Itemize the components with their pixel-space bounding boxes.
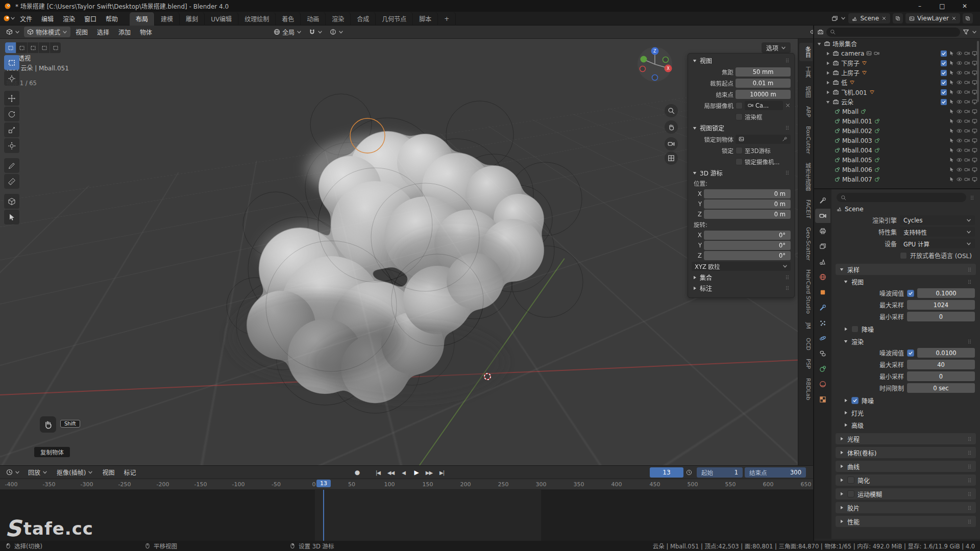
maximize-button[interactable]: □ — [931, 3, 953, 10]
ortho-toggle-button[interactable] — [665, 152, 678, 165]
hide-eye-icon[interactable] — [957, 167, 962, 172]
chevron-down-icon[interactable] — [841, 16, 846, 21]
filter-icon[interactable] — [963, 29, 969, 35]
frame-start-field[interactable]: 起始 1 — [697, 467, 743, 478]
sidebar-tab-citygen[interactable]: 城市生成器 — [799, 159, 813, 194]
metaball-cloud-object[interactable] — [214, 92, 602, 429]
play-button[interactable]: ▶ — [410, 467, 422, 478]
axis-y-handle[interactable] — [641, 56, 647, 63]
tab-material[interactable] — [815, 377, 830, 391]
vp-denoise-checkbox[interactable] — [851, 325, 859, 333]
vp-max-samples-field[interactable]: 1024 — [907, 300, 975, 310]
render-visibility-icon[interactable] — [964, 99, 970, 105]
mode-dropdown[interactable]: 物体模式 — [24, 27, 70, 37]
tab-object-data[interactable] — [815, 362, 830, 376]
disclosure-icon[interactable] — [825, 61, 830, 66]
properties-search-input[interactable] — [837, 193, 966, 202]
render-visibility-icon[interactable] — [964, 51, 970, 56]
sidebar-tab-item[interactable]: 条目 — [799, 43, 813, 61]
sidebar-tab-tool[interactable]: 工具 — [799, 63, 813, 81]
outliner-row-mball[interactable]: Mball.002 — [814, 126, 980, 136]
menu-view[interactable]: 视图 — [71, 28, 92, 36]
hide-eye-icon[interactable] — [957, 138, 962, 143]
outliner-row-collection[interactable]: 低 — [814, 78, 980, 87]
sidebar-tab-faceit[interactable]: FACEIT — [799, 196, 813, 222]
lock-object-field[interactable] — [736, 135, 791, 144]
hide-eye-icon[interactable] — [957, 118, 962, 124]
exclude-checkbox[interactable] — [941, 60, 947, 66]
render-visibility-icon[interactable] — [964, 60, 970, 66]
zoom-button[interactable] — [665, 104, 678, 117]
tab-modifiers[interactable] — [815, 300, 830, 315]
select-mode-new-button[interactable] — [5, 42, 16, 53]
hide-eye-icon[interactable] — [957, 51, 962, 56]
outliner-search-input[interactable] — [826, 28, 960, 37]
sidebar-tab-haircard[interactable]: HairCard Studio — [799, 266, 813, 317]
select-mode-extend-button[interactable] — [16, 42, 27, 53]
panel-collections-header[interactable]: 集合 — [690, 272, 793, 283]
outliner-row-scene-collection[interactable]: 场景集合 — [814, 39, 980, 48]
exclude-checkbox[interactable] — [941, 51, 947, 57]
vp-noise-field[interactable]: 0.1000 — [917, 288, 975, 298]
workspace-tab-scripting[interactable]: 脚本 — [413, 12, 438, 26]
osl-checkbox[interactable] — [900, 252, 907, 259]
tool-tweak[interactable] — [4, 210, 19, 224]
selectable-icon[interactable] — [949, 138, 954, 143]
workspace-tab-layout[interactable]: 布局 — [130, 12, 155, 26]
tab-tool[interactable] — [815, 193, 830, 208]
tool-transform[interactable] — [4, 138, 19, 153]
tab-particles[interactable] — [815, 316, 830, 330]
render-visibility-icon[interactable] — [964, 177, 970, 182]
clear-icon[interactable] — [785, 103, 791, 108]
scene-stats-icon[interactable] — [831, 15, 838, 22]
outliner-row-camera[interactable]: camera — [814, 48, 980, 58]
outliner-row-collection[interactable]: 上房子 — [814, 68, 980, 78]
last-operator-hint[interactable]: 复制物体 — [34, 447, 70, 457]
collection-icon[interactable] — [817, 29, 824, 35]
panel-cursor-header[interactable]: 3D 游标 — [690, 167, 793, 178]
tab-physics[interactable] — [815, 331, 830, 345]
sidebar-tab-geoscatter[interactable]: Geo-Scatter — [799, 223, 813, 264]
render-region-checkbox[interactable] — [736, 113, 743, 120]
close-button[interactable]: ✕ — [953, 3, 976, 10]
exclude-checkbox[interactable] — [941, 89, 947, 95]
render-visibility-icon[interactable] — [964, 89, 970, 95]
workspace-tab-shading[interactable]: 着色 — [276, 12, 301, 26]
panel-view-header[interactable]: 视图 — [690, 55, 793, 66]
workspace-tab-uv[interactable]: UV编辑 — [205, 12, 238, 26]
selectable-icon[interactable] — [949, 147, 954, 153]
new-scene-button[interactable] — [893, 13, 903, 23]
outliner-scrollbar[interactable] — [977, 41, 979, 102]
render-visibility-icon[interactable] — [964, 128, 970, 134]
disclosure-icon[interactable] — [825, 51, 830, 56]
outliner-row-cloud-collection[interactable]: 云朵 — [814, 97, 980, 107]
vp-noise-checkbox[interactable] — [907, 290, 914, 297]
workspace-tab-texturepaint[interactable]: 纹理绘制 — [238, 12, 276, 26]
selectable-icon[interactable] — [949, 99, 954, 105]
render-visibility-icon[interactable] — [964, 147, 970, 153]
selectable-icon[interactable] — [949, 177, 954, 182]
local-camera-field[interactable]: Ca... — [745, 101, 783, 110]
menu-add[interactable]: 添加 — [114, 28, 135, 36]
workspace-tab-rendering[interactable]: 渲染 — [326, 12, 351, 26]
axis-z-neg-handle[interactable] — [652, 75, 658, 81]
viewport-visibility-icon[interactable] — [972, 157, 977, 163]
selectable-icon[interactable] — [949, 167, 954, 172]
hide-eye-icon[interactable] — [957, 80, 962, 85]
workspace-tab-modeling[interactable]: 建模 — [155, 12, 180, 26]
close-icon[interactable] — [951, 16, 957, 21]
cursor-ry-field[interactable]: 0° — [704, 241, 791, 250]
viewport-visibility-icon[interactable] — [972, 177, 977, 182]
blender-menu-icon[interactable] — [3, 15, 10, 22]
outliner-row-mball[interactable]: Mball.001 — [814, 116, 980, 126]
lock-camera-checkbox[interactable] — [736, 158, 743, 165]
next-keyframe-button[interactable]: ▶▶ — [423, 467, 435, 478]
hide-eye-icon[interactable] — [957, 60, 962, 66]
selectable-icon[interactable] — [949, 80, 954, 85]
hide-eye-icon[interactable] — [957, 177, 962, 182]
selectable-icon[interactable] — [949, 51, 954, 56]
menu-object[interactable]: 物体 — [136, 28, 156, 36]
lock-cursor-checkbox[interactable] — [736, 147, 743, 154]
menu-help[interactable]: 帮助 — [101, 12, 122, 26]
clip-end-field[interactable]: 10000 m — [736, 90, 791, 99]
